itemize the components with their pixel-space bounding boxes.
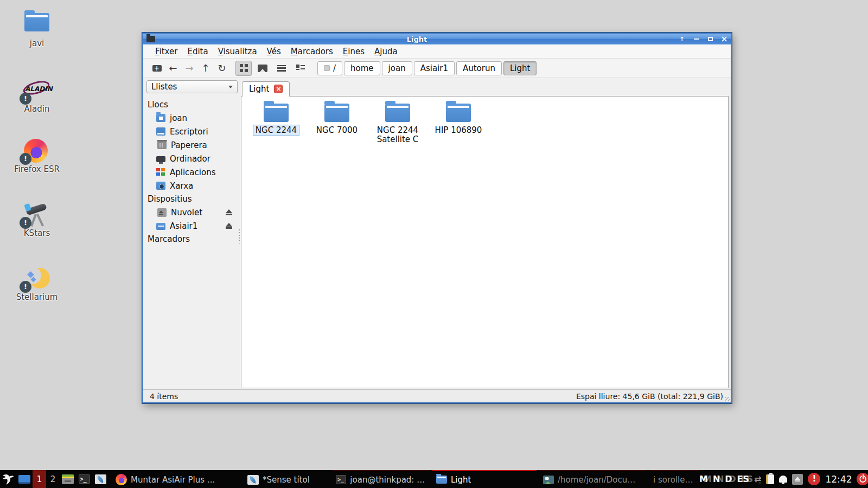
- file-label: NGC 2244 Satellite C: [367, 125, 428, 145]
- computer-icon: [156, 156, 165, 162]
- back-button[interactable]: ←: [165, 61, 181, 75]
- notification-bell-icon[interactable]: [779, 476, 787, 483]
- file-manager-launcher[interactable]: [60, 470, 76, 488]
- desktop-icon-javi[interactable]: javi: [0, 13, 74, 48]
- path-light-button[interactable]: Light: [503, 61, 537, 75]
- window-titlebar[interactable]: Light ↑ ×: [143, 34, 731, 44]
- shade-window-button[interactable]: ↑: [679, 36, 685, 42]
- desktop-icon-stellarium[interactable]: ! Stellarium: [0, 267, 74, 302]
- menu-bar: Fitxer Edita Visualitza Vés Marcadors Ei…: [143, 44, 731, 59]
- list-view-icon: [277, 65, 286, 72]
- drive-icon: [157, 208, 167, 217]
- network-status-icon[interactable]: ⇄: [754, 474, 761, 484]
- task-light[interactable]: Light: [432, 470, 537, 488]
- terminal-launcher[interactable]: >_: [76, 470, 92, 488]
- tab-close-button[interactable]: ×: [274, 85, 283, 93]
- sidebar-item-xarxa[interactable]: Xarxa: [146, 179, 238, 192]
- sidebar-item-ordinador[interactable]: Ordinador: [146, 152, 238, 165]
- up-button[interactable]: ↑: [197, 61, 214, 75]
- folder-icon: [385, 104, 410, 122]
- tray-letter-m[interactable]: M: [699, 474, 708, 484]
- updates-warning-icon[interactable]: !: [808, 473, 820, 485]
- thumbnail-view-icon: [258, 65, 267, 72]
- reload-button[interactable]: ↻: [214, 61, 230, 75]
- task-terminal-joan[interactable]: >_ joan@thinkpad: ~/...: [332, 470, 430, 488]
- terminal-icon: >_: [336, 475, 346, 484]
- network-icon: [156, 182, 165, 190]
- icon-view-button[interactable]: [235, 61, 252, 76]
- path-root-button[interactable]: /: [317, 61, 342, 75]
- desktop-icon-firefox[interactable]: ! Firefox ESR: [0, 139, 74, 174]
- menu-edita[interactable]: Edita: [182, 45, 213, 58]
- pane-splitter[interactable]: [238, 80, 241, 389]
- menu-launcher[interactable]: [0, 470, 16, 488]
- desktop-icon-label: Stellarium: [0, 292, 74, 302]
- menu-ves[interactable]: Vés: [262, 45, 286, 58]
- eject-tray-icon[interactable]: [792, 474, 803, 485]
- home-folder-icon: [156, 114, 165, 122]
- tab-light[interactable]: Light ×: [242, 81, 290, 97]
- desktop-icon-kstars[interactable]: ! KStars: [0, 203, 74, 238]
- desktop-icon-aladin[interactable]: ALADIN ! Aladin: [0, 79, 74, 114]
- keyboard-layout-indicator[interactable]: ES: [737, 474, 749, 484]
- menu-ajuda[interactable]: Ajuda: [369, 45, 403, 58]
- power-button[interactable]: [857, 473, 868, 485]
- eject-button[interactable]: [226, 209, 232, 215]
- path-asiair1-button[interactable]: Asiair1: [414, 61, 455, 75]
- sidebar-item-paperera[interactable]: Paperera: [146, 138, 238, 152]
- file-view[interactable]: NGC 2244 NGC 7000 NGC 2244 Satellite C H…: [241, 96, 729, 388]
- untrusted-badge-icon: !: [20, 217, 31, 229]
- task-image-viewer[interactable]: /home/joan/Docum...: [539, 470, 647, 488]
- clock[interactable]: 12:42: [825, 474, 852, 485]
- sidebar-item-joan[interactable]: joan: [146, 111, 238, 125]
- tab-strip: Light ×: [241, 80, 729, 96]
- desktop-icon: [156, 127, 165, 136]
- file-item-ngc2244[interactable]: NGC 2244: [246, 104, 307, 136]
- sidebar-item-escriptori[interactable]: Escriptori: [146, 125, 238, 138]
- list-view-button[interactable]: [273, 61, 290, 76]
- menu-visualitza[interactable]: Visualitza: [213, 45, 262, 58]
- text-editor-launcher[interactable]: [92, 470, 108, 488]
- file-item-ngc2244-satellite-c[interactable]: NGC 2244 Satellite C: [367, 104, 428, 145]
- removable-drive-icon: [156, 223, 165, 230]
- sidebar-item-aplicacions[interactable]: Aplicacions: [146, 165, 238, 179]
- task-sense-titol[interactable]: *Sense títol: [244, 470, 329, 488]
- taskbar: 1 2 >_ Muntar AsiAir Plus ... *Sense tít…: [0, 470, 868, 488]
- sidebar-item-asiair1[interactable]: Asiair1: [146, 219, 238, 233]
- tray-letter-n[interactable]: N: [713, 474, 720, 484]
- file-label: NGC 2244: [253, 125, 299, 136]
- side-pane-mode-select[interactable]: Llistes: [146, 80, 238, 93]
- path-autorun-button[interactable]: Autorun: [456, 61, 502, 75]
- close-button[interactable]: ×: [721, 36, 727, 42]
- menu-eines[interactable]: Eines: [338, 45, 369, 58]
- task-sorollet[interactable]: i sorollet...: [649, 470, 699, 488]
- maximize-button[interactable]: [707, 36, 713, 42]
- menu-marcadors[interactable]: Marcadors: [286, 45, 338, 58]
- eject-button[interactable]: [226, 223, 232, 229]
- minimize-button[interactable]: [693, 36, 699, 42]
- desktop-icon-label: KStars: [0, 228, 74, 238]
- path-home-button[interactable]: home: [344, 61, 380, 75]
- file-item-ngc7000[interactable]: NGC 7000: [307, 104, 367, 136]
- file-item-hip106890[interactable]: HIP 106890: [428, 104, 489, 136]
- tray-letter-d[interactable]: D: [725, 474, 732, 484]
- firefox-icon: [116, 474, 127, 485]
- file-manager-window: Light ↑ × Fitxer Edita Visualitza Vés Ma…: [142, 33, 732, 403]
- sidebar-item-nuvolet[interactable]: Nuvolet: [146, 206, 238, 219]
- task-muntar-asiair[interactable]: Muntar AsiAir Plus ...: [112, 470, 241, 488]
- path-joan-button[interactable]: joan: [382, 61, 412, 75]
- thumbnail-view-button[interactable]: [254, 61, 271, 76]
- desktop-icon-label: Firefox ESR: [0, 164, 74, 174]
- show-desktop-button[interactable]: [16, 470, 33, 488]
- workspace-1[interactable]: 1: [33, 470, 46, 488]
- window-title: Light: [155, 35, 679, 43]
- feather-icon: [95, 474, 106, 484]
- workspace-2[interactable]: 2: [46, 470, 60, 488]
- new-tab-button[interactable]: [149, 61, 165, 75]
- clipboard-icon[interactable]: [766, 474, 774, 484]
- compact-view-button[interactable]: [292, 61, 309, 76]
- folder-icon: [264, 104, 289, 122]
- menu-fitxer[interactable]: Fitxer: [150, 45, 182, 58]
- terminal-icon: >_: [79, 474, 90, 484]
- forward-button[interactable]: →: [181, 61, 197, 75]
